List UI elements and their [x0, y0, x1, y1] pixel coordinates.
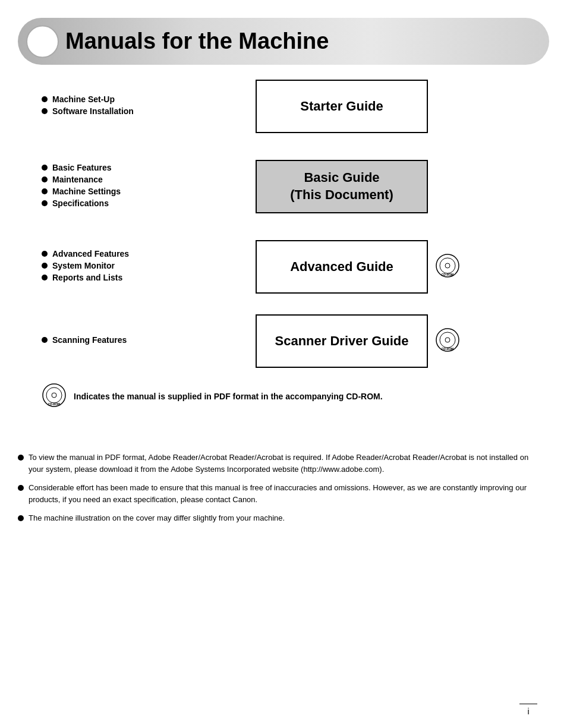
bullet-text: Scanning Features	[52, 335, 127, 345]
bullets-col-basic: Basic FeaturesMaintenanceMachine Setting…	[24, 151, 256, 222]
bullet-dot-icon	[42, 275, 48, 281]
guide-box-wrapper-basic: Basic Guide(This Document)	[256, 160, 428, 213]
bullet-text: Advanced Features	[52, 249, 129, 259]
list-item: To view the manual in PDF format, Adobe …	[18, 452, 543, 475]
bullet-dot-icon	[42, 96, 48, 102]
footer-bullets: To view the manual in PDF format, Adobe …	[0, 440, 567, 567]
guide-box-advanced: Advanced Guide	[256, 240, 428, 294]
footer-bullet-text: Considerable effort has been made to ens…	[29, 482, 543, 505]
footer-bullet-text: To view the manual in PDF format, Adobe …	[29, 452, 543, 475]
bullet-dot-icon	[42, 108, 48, 114]
header-circle	[26, 25, 59, 58]
bullet-dot-icon	[42, 177, 48, 182]
guide-title-scanner: Scanner Driver Guide	[275, 333, 409, 350]
bullet-text: Specifications	[52, 198, 109, 208]
manuals-rows: Machine Set-UpSoftware InstallationStart…	[24, 77, 543, 371]
bullets-col-scanner: Scanning Features	[24, 323, 256, 359]
list-item: Considerable effort has been made to ens…	[18, 482, 543, 505]
list-item: Software Installation	[42, 106, 244, 116]
bullet-dot-icon	[42, 263, 48, 269]
bullet-dot-icon	[42, 200, 48, 206]
guide-box-wrapper-starter: Starter Guide	[256, 80, 428, 133]
bullet-dot-icon	[42, 165, 48, 171]
list-item: Machine Settings	[42, 187, 244, 196]
svg-point-6	[445, 338, 450, 342]
main-content: Machine Set-UpSoftware InstallationStart…	[0, 65, 567, 440]
svg-text:CD-ROM: CD-ROM	[442, 347, 454, 351]
svg-text:CD-ROM: CD-ROM	[442, 273, 454, 276]
svg-point-2	[445, 263, 450, 268]
svg-point-5	[440, 332, 455, 348]
guide-box-wrapper-scanner: Scanner Driver Guide CD-ROM	[256, 314, 460, 368]
bullet-text: Software Installation	[52, 106, 134, 116]
bullet-text: Maintenance	[52, 175, 103, 184]
bullet-dot-icon	[18, 455, 24, 461]
bullet-dot-icon	[42, 337, 48, 343]
footer-bullet-text: The machine illustration on the cover ma…	[29, 512, 285, 524]
cdrom-icon: CD-ROM	[435, 253, 460, 281]
cdrom-note-text: Indicates the manual is supplied in PDF …	[74, 392, 383, 401]
cdrom-icon: CD-ROM	[435, 327, 460, 355]
manual-row-starter: Machine Set-UpSoftware InstallationStart…	[24, 77, 543, 136]
list-item: Basic Features	[42, 163, 244, 172]
bullet-text: Machine Set-Up	[52, 94, 115, 104]
svg-point-10	[52, 393, 56, 398]
svg-text:CD-ROM: CD-ROM	[48, 402, 61, 406]
list-item: Advanced Features	[42, 249, 244, 259]
bullet-text: Basic Features	[52, 163, 112, 172]
guide-title-starter: Starter Guide	[300, 98, 383, 115]
guide-box-scanner: Scanner Driver Guide	[256, 314, 428, 368]
list-item: Specifications	[42, 198, 244, 208]
bullet-dot-icon	[18, 515, 24, 521]
list-item: Reports and Lists	[42, 273, 244, 282]
bullet-dot-icon	[18, 485, 24, 491]
manual-row-advanced: Advanced FeaturesSystem MonitorReports a…	[24, 237, 543, 297]
svg-point-1	[440, 258, 455, 273]
guide-box-wrapper-advanced: Advanced Guide CD-ROM	[256, 240, 460, 294]
guide-title-basic: Basic Guide(This Document)	[290, 169, 393, 203]
list-item: Maintenance	[42, 175, 244, 184]
list-item: Machine Set-Up	[42, 94, 244, 104]
bullet-text: System Monitor	[52, 261, 115, 270]
bullets-col-starter: Machine Set-UpSoftware Installation	[24, 83, 256, 130]
bullet-text: Machine Settings	[52, 187, 121, 196]
bullets-col-advanced: Advanced FeaturesSystem MonitorReports a…	[24, 237, 256, 297]
cdrom-note-row: CD-ROM Indicates the manual is supplied …	[42, 383, 543, 410]
page-title: Manuals for the Machine	[65, 29, 329, 54]
svg-point-9	[46, 387, 62, 403]
guide-title-advanced: Advanced Guide	[290, 259, 393, 276]
manual-row-scanner: Scanning FeaturesScanner Driver Guide CD…	[24, 311, 543, 371]
list-item: Scanning Features	[42, 335, 244, 345]
guide-box-basic: Basic Guide(This Document)	[256, 160, 428, 213]
list-item: System Monitor	[42, 261, 244, 270]
page-number: i	[519, 704, 537, 716]
manual-row-basic: Basic FeaturesMaintenanceMachine Setting…	[24, 151, 543, 222]
bullet-dot-icon	[42, 188, 48, 194]
bullet-text: Reports and Lists	[52, 273, 122, 282]
header-bar: Manuals for the Machine	[18, 18, 549, 65]
cdrom-note-icon: CD-ROM	[42, 383, 67, 410]
list-item: The machine illustration on the cover ma…	[18, 512, 543, 524]
bullet-dot-icon	[42, 251, 48, 257]
guide-box-starter: Starter Guide	[256, 80, 428, 133]
